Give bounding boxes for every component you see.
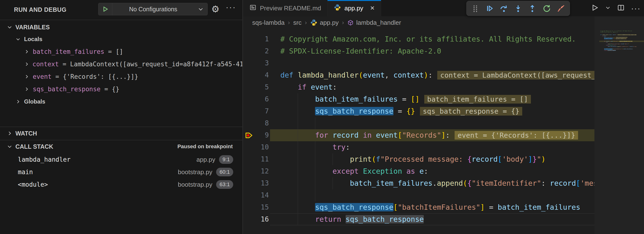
- divider: [0, 127, 242, 127]
- code-line-12[interactable]: 12except Exception as e:: [243, 165, 594, 177]
- code-line-14[interactable]: 14: [243, 189, 594, 201]
- gutter[interactable]: 1: [243, 33, 280, 45]
- gutter[interactable]: 8: [243, 117, 280, 129]
- gutter[interactable]: 16: [243, 213, 280, 225]
- variable-row-event[interactable]: event = {'Records': [{...}]}: [0, 71, 242, 83]
- variable-row-batch_item_failures[interactable]: batch_item_failures = []: [0, 46, 242, 58]
- indent-guide: [298, 201, 298, 213]
- watch-section-header[interactable]: WATCH: [0, 127, 242, 139]
- code-area[interactable]: 1# Copyright Amazon.com, Inc. or its aff…: [243, 33, 594, 229]
- variable-row-context[interactable]: context = LambdaContext([aws_request_id=…: [0, 58, 242, 70]
- tab-label: app.py: [344, 4, 363, 12]
- code-line-7[interactable]: 7sqs_batch_response = {}sqs_batch_respon…: [243, 105, 594, 117]
- line-number: 3: [265, 57, 269, 69]
- tab-preview-readme-md[interactable]: Preview README.md: [243, 0, 328, 16]
- gutter[interactable]: 5: [243, 81, 280, 93]
- chevron-down-icon: [7, 24, 13, 30]
- code-text: return sqs_batch_response: [280, 213, 424, 225]
- more-actions-button[interactable]: ···: [631, 3, 641, 13]
- gutter[interactable]: 9: [243, 129, 280, 141]
- gutter[interactable]: 12: [243, 165, 280, 177]
- variable-name: sqs_batch_response: [33, 86, 100, 93]
- split-editor-button[interactable]: [617, 4, 625, 12]
- breadcrumb-label: src: [293, 19, 302, 26]
- indent-guide: [298, 93, 298, 105]
- gear-icon[interactable]: ⚙: [211, 3, 220, 15]
- frame-file: app.py: [196, 156, 215, 163]
- indent-guide: [298, 129, 298, 141]
- locals-scope-label: Locals: [24, 36, 42, 42]
- inline-debug-value: context = LambdaContext([aws_request_id=…: [437, 71, 594, 80]
- restart-button[interactable]: [541, 3, 552, 14]
- stack-frame-row[interactable]: lambda_handlerapp.py9:1: [0, 153, 242, 166]
- code-line-9[interactable]: 9for record in event["Records"]:event = …: [243, 129, 594, 141]
- call-stack-section-header[interactable]: CALL STACK Paused on breakpoint: [0, 140, 242, 153]
- code-line-1[interactable]: 1# Copyright Amazon.com, Inc. or its aff…: [243, 33, 594, 45]
- close-icon[interactable]: ✕: [370, 5, 375, 11]
- code-line-10[interactable]: 10try:: [243, 141, 594, 153]
- frame-position-badge: 60:1: [216, 168, 233, 176]
- globals-scope-row[interactable]: Globals: [0, 96, 242, 108]
- editor-group: Preview README.mdapp.py✕ ··· sqs-lambda›…: [243, 0, 644, 234]
- step-over-button[interactable]: [498, 3, 510, 14]
- minimap[interactable]: 1# Copyright Amazon.com, Inc. or its aff…: [594, 16, 644, 234]
- line-number: 9: [265, 129, 269, 141]
- line-number: 11: [261, 153, 269, 165]
- start-debug-icon[interactable]: [98, 3, 112, 15]
- stack-frame-row[interactable]: mainbootstrap.py60:1: [0, 166, 242, 178]
- indent-guide: [298, 153, 298, 165]
- variables-section-header[interactable]: VARIABLES: [0, 21, 242, 33]
- code-line-15[interactable]: 15sqs_batch_response["batchItemFailures"…: [243, 201, 594, 213]
- breadcrumb-item-app-py[interactable]: app.py: [310, 19, 338, 26]
- tab-app-py[interactable]: app.py✕: [328, 0, 381, 16]
- indent-guide: [332, 153, 333, 165]
- breadcrumb-item-sqs-lambda[interactable]: sqs-lambda: [252, 19, 284, 26]
- code-text: for record in event["Records"]:event = {…: [280, 129, 578, 141]
- gutter[interactable]: 6: [243, 93, 280, 105]
- stack-frame-row[interactable]: <module>bootstrap.py63:1: [0, 178, 242, 191]
- gutter[interactable]: 13: [243, 177, 280, 189]
- code-lines: 1# Copyright Amazon.com, Inc. or its aff…: [596, 30, 644, 51]
- breadcrumb[interactable]: sqs-lambda›src›app.py›lambda_handler: [252, 17, 401, 28]
- gutter[interactable]: 11: [243, 153, 280, 165]
- gutter[interactable]: 2: [243, 45, 280, 57]
- variable-row-sqs_batch_response[interactable]: sqs_batch_response = {}: [0, 83, 242, 95]
- code-line-8[interactable]: 8: [243, 117, 594, 129]
- run-button[interactable]: [590, 3, 599, 13]
- disconnect-button[interactable]: [556, 3, 566, 14]
- symbol-method-icon: [347, 19, 354, 26]
- code-line-2[interactable]: 2# SPDX-License-Identifier: Apache-2.0: [243, 45, 594, 57]
- gutter[interactable]: 3: [243, 57, 280, 69]
- indent-guide: [332, 177, 333, 189]
- step-into-button[interactable]: [512, 3, 524, 14]
- breadcrumb-item-src[interactable]: src: [293, 19, 302, 26]
- code-line-5[interactable]: 5if event:: [243, 81, 594, 93]
- gutter[interactable]: 10: [243, 141, 280, 153]
- code-line-11[interactable]: 11print(f"Processed message: {record['bo…: [243, 153, 594, 165]
- variable-value: []: [116, 48, 123, 55]
- run-dropdown-chevron[interactable]: [605, 5, 611, 11]
- debug-config-dropdown[interactable]: No Configurations: [98, 3, 208, 15]
- code-line-3[interactable]: 3: [243, 57, 594, 69]
- gutter[interactable]: 15: [243, 201, 280, 213]
- indent-guide: [298, 213, 298, 225]
- gutter[interactable]: 14: [243, 189, 280, 201]
- drag-handle[interactable]: [470, 3, 481, 14]
- gutter[interactable]: 7: [243, 105, 280, 117]
- step-out-button[interactable]: [527, 3, 538, 14]
- ellipsis-icon[interactable]: ···: [226, 2, 236, 12]
- breakpoint-current-statement-icon[interactable]: [245, 131, 253, 141]
- locals-scope-row[interactable]: Locals: [0, 33, 242, 45]
- breadcrumb-item-lambda-handler[interactable]: lambda_handler: [347, 19, 401, 26]
- continue-button[interactable]: [484, 3, 495, 14]
- indent-guide: [315, 189, 315, 201]
- chevron-right-icon: [7, 130, 13, 136]
- gutter[interactable]: 4: [243, 69, 280, 81]
- editor-actions: ···: [590, 0, 641, 16]
- code-line-16[interactable]: 16return sqs_batch_response: [243, 213, 594, 225]
- code-text: if event:: [280, 81, 337, 93]
- code-line-13[interactable]: 13batch_item_failures.append({"itemIdent…: [243, 177, 594, 189]
- code-line-4[interactable]: 4def lambda_handler(event, context):cont…: [243, 69, 594, 81]
- chevron-right-icon: [24, 62, 30, 67]
- code-line-6[interactable]: 6batch_item_failures = []batch_item_fail…: [243, 93, 594, 105]
